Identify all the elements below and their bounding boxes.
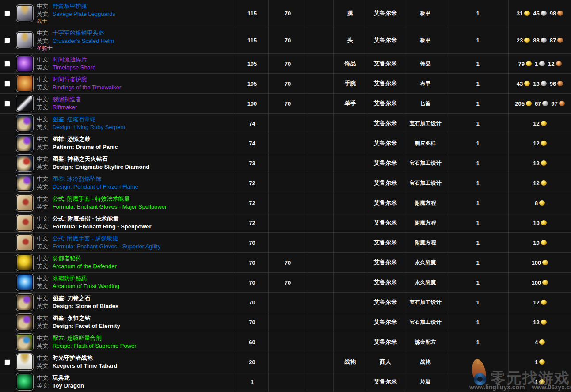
item-name-cn[interactable]: 公式: 附魔手套 - 特效法术能量	[53, 195, 130, 202]
item-name-en[interactable]: Arcanum of the Defender	[53, 263, 117, 270]
gold-coin-icon	[524, 38, 530, 43]
item-name-cn[interactable]: 十字军的板鳞甲头盔	[53, 30, 104, 36]
riftmaker-dagger-icon[interactable]	[16, 95, 34, 112]
item-name-en[interactable]: Formula: Enchant Gloves - Superior Agili…	[53, 243, 161, 250]
item-name-cn[interactable]: 时间流逝碎片	[53, 56, 87, 63]
item-name-en[interactable]: Pattern: Drums of Panic	[53, 144, 118, 150]
source-cell: 艾鲁尔米	[367, 74, 404, 93]
en-label: 英文:	[37, 362, 50, 369]
item-cell: 中文:时间流逝碎片英文:Timelapse Shard	[15, 54, 236, 73]
req-level-cell	[269, 114, 307, 133]
item-name-cn[interactable]: 裂隙制造者	[53, 96, 81, 103]
item-name-en[interactable]: Recipe: Flask of Supreme Power	[53, 343, 137, 349]
item-name-cn[interactable]: 冰霜防护秘药	[53, 275, 87, 282]
item-name-en[interactable]: Formula: Enchant Gloves - Major Spellpow…	[53, 203, 167, 210]
price-part: 12	[533, 140, 546, 147]
item-level-cell: 70	[236, 293, 269, 312]
row-checkbox[interactable]	[4, 61, 10, 67]
item-name-cn[interactable]: 图鉴: 永恒之钻	[53, 315, 91, 321]
item-name-cn[interactable]: 公式: 附魔戒指 - 法术能量	[53, 215, 119, 222]
row-checkbox[interactable]	[4, 359, 10, 365]
cn-label: 中文:	[37, 335, 50, 341]
cn-label: 中文:	[37, 156, 50, 162]
item-name-cn[interactable]: 图鉴: 冰冷烈焰坠饰	[53, 175, 102, 182]
design-scroll-red-icon[interactable]	[16, 154, 34, 172]
item-name-cn[interactable]: 野蛮板甲护腿	[53, 3, 87, 9]
source-cell: 艾鲁尔米	[367, 0, 404, 27]
en-label: 英文:	[37, 243, 50, 250]
price-cell: 12	[509, 173, 571, 193]
design-scroll-brown-icon[interactable]	[16, 293, 34, 311]
timewalker-bindings-icon[interactable]	[16, 75, 34, 92]
item-name-cn[interactable]: 配方: 超级能量合剂	[53, 335, 102, 341]
price-amount: 12	[533, 299, 539, 306]
item-name-cn[interactable]: 图样: 恐慌之鼓	[53, 136, 91, 142]
item-name-en[interactable]: Design: Facet of Eternity	[53, 323, 120, 329]
row-checkbox[interactable]	[4, 101, 10, 107]
design-scroll-brown-icon[interactable]	[16, 313, 34, 331]
type-cell: 饰品	[404, 54, 447, 73]
item-level-cell: 115	[236, 0, 269, 27]
price-amount: 96	[550, 80, 556, 87]
item-name-en[interactable]: Toy Dragon	[53, 382, 84, 389]
timelapse-shard-icon[interactable]	[16, 55, 34, 72]
scaled-helm-icon[interactable]	[16, 31, 34, 49]
tabard-icon[interactable]	[16, 353, 34, 371]
gold-coin-icon	[541, 121, 547, 126]
row-checkbox[interactable]	[4, 81, 10, 87]
item-name-cn[interactable]: 时间行者护腕	[53, 76, 87, 83]
price-part: 13	[533, 80, 546, 87]
checkbox-cell	[0, 293, 15, 312]
item-name-en[interactable]: Arcanum of Frost Warding	[53, 283, 119, 289]
checkbox-cell	[0, 352, 15, 372]
item-name-en[interactable]: Formula: Enchant Ring - Spellpower	[53, 223, 152, 230]
item-name-en[interactable]: Timelapse Shard	[53, 64, 96, 71]
item-level-cell: 74	[236, 133, 269, 153]
price-amount: 79	[518, 61, 524, 67]
item-level-cell: 105	[236, 74, 269, 93]
item-name-en[interactable]: Design: Pendant of Frozen Flame	[53, 183, 138, 190]
row-checkbox[interactable]	[4, 38, 10, 43]
item-name-en[interactable]: Riftmaker	[53, 104, 77, 110]
recipe-scroll-green-icon[interactable]	[16, 333, 34, 351]
design-scroll-blue-icon[interactable]	[16, 174, 34, 192]
savage-plate-legs-icon[interactable]	[16, 4, 34, 22]
en-label: 英文:	[37, 263, 50, 270]
arcanum-frost-icon[interactable]	[16, 274, 34, 291]
item-name-cn[interactable]: 时光守护者战袍	[53, 354, 93, 361]
item-name-cn[interactable]: 图鉴: 刀锋之石	[53, 295, 91, 301]
formula-scroll-icon[interactable]	[16, 194, 34, 212]
item-name-en[interactable]: Design: Enigmatic Skyfire Diamond	[53, 164, 150, 170]
price-part: 1	[535, 61, 545, 67]
en-label: 英文:	[37, 38, 50, 44]
formula-scroll-icon[interactable]	[16, 234, 34, 251]
item-name-en[interactable]: Design: Stone of Blades	[53, 303, 119, 309]
item-name-en[interactable]: Savage Plate Legguards	[53, 11, 115, 17]
empty-cell	[307, 233, 334, 252]
item-name-en[interactable]: Design: Living Ruby Serpent	[53, 124, 126, 130]
item-name-cn[interactable]: 图鉴: 神秘之天火钻石	[53, 156, 108, 162]
price-amount: 67	[535, 100, 541, 107]
empty-cell	[307, 133, 334, 153]
item-name-cn[interactable]: 图鉴: 红曜石毒蛇	[53, 116, 96, 122]
item-cell: 中文:公式: 附魔戒指 - 法术能量英文:Formula: Enchant Ri…	[15, 213, 236, 232]
item-name-cn[interactable]: 防御者秘药	[53, 255, 81, 262]
design-scroll-blue-icon[interactable]	[16, 134, 34, 152]
item-name-en[interactable]: Keepers of Time Tabard	[53, 362, 118, 369]
toy-dragon-icon[interactable]	[16, 373, 34, 391]
item-level-cell: 73	[236, 153, 269, 173]
item-name-cn[interactable]: 玩具龙	[53, 374, 70, 381]
row-checkbox[interactable]	[4, 11, 10, 16]
arcanum-defender-icon[interactable]	[16, 254, 34, 271]
type-cell: 宝石加工设计	[404, 312, 447, 332]
name-line: 中文:冰霜防护秘药	[37, 274, 119, 282]
item-name-en[interactable]: Bindings of the Timewalker	[53, 84, 121, 91]
design-scroll-blue-icon[interactable]	[16, 114, 34, 132]
en-label: 英文:	[37, 124, 50, 130]
name-line: 中文:图鉴: 红曜石毒蛇	[37, 115, 125, 123]
formula-scroll-icon[interactable]	[16, 214, 34, 232]
item-name-cn[interactable]: 公式: 附魔手套 - 超强敏捷	[53, 235, 118, 242]
price-cell: 12	[509, 133, 571, 153]
price-amount: 1	[535, 61, 538, 67]
item-name-en[interactable]: Crusader's Scaled Helm	[53, 38, 114, 44]
